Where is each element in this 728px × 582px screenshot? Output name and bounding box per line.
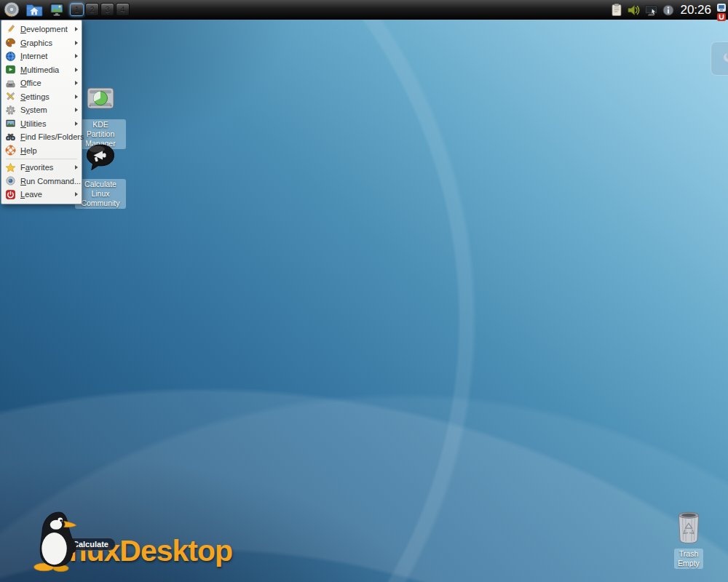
menu-item-label: Multimedia bbox=[20, 65, 72, 74]
menu-item-run-command[interactable]: Run Command... bbox=[1, 175, 82, 188]
menu-item-system[interactable]: System bbox=[1, 103, 82, 117]
panel-launchers bbox=[0, 1, 65, 18]
partition-manager-icon bbox=[84, 81, 117, 118]
menu-item-label: Utilities bbox=[20, 119, 72, 128]
update-notifier-icon[interactable] bbox=[717, 11, 726, 19]
community-icon bbox=[84, 141, 117, 178]
favorites-icon bbox=[5, 162, 16, 173]
menu-item-help[interactable]: Help bbox=[1, 144, 82, 158]
menu-item-label: Run Command... bbox=[20, 177, 81, 186]
menu-item-label: Settings bbox=[20, 92, 72, 101]
desktop-monitor-icon bbox=[49, 1, 65, 17]
menu-item-utilities[interactable]: Utilities bbox=[1, 117, 82, 131]
submenu-arrow-icon bbox=[75, 192, 78, 196]
menu-item-find-files[interactable]: Find Files/Folders bbox=[1, 130, 82, 144]
application-menu: Development Graphics Internet Multimedia bbox=[1, 20, 82, 204]
utilities-icon bbox=[5, 118, 16, 129]
tray-mini-icons bbox=[717, 1, 726, 19]
multimedia-icon bbox=[5, 64, 16, 75]
submenu-arrow-icon bbox=[75, 108, 78, 112]
calculate-desktop-logo: LinuxDesktop Calculate bbox=[22, 508, 240, 581]
menu-item-favorites[interactable]: Favorites bbox=[1, 161, 82, 175]
mini-window-icon[interactable] bbox=[717, 1, 726, 9]
calculate-logo-icon bbox=[4, 1, 20, 17]
volume-icon[interactable] bbox=[627, 4, 640, 17]
trash-widget[interactable]: TrashEmpty bbox=[667, 509, 711, 569]
menu-item-leave[interactable]: Leave bbox=[1, 188, 82, 202]
submenu-arrow-icon bbox=[75, 165, 78, 170]
submenu-arrow-icon bbox=[75, 68, 78, 72]
trash-icon bbox=[676, 509, 702, 547]
trash-label: TrashEmpty bbox=[674, 549, 703, 569]
menu-item-label: Help bbox=[20, 146, 78, 155]
menu-item-graphics[interactable]: Graphics bbox=[1, 36, 82, 50]
system-tray: 20:26 bbox=[611, 0, 726, 20]
home-folder-icon bbox=[25, 2, 43, 17]
desktop-icon-calculate-community[interactable]: Calculate Linux Community bbox=[75, 141, 126, 209]
pager-desktop-1[interactable]: 1 bbox=[70, 3, 84, 16]
submenu-arrow-icon bbox=[75, 95, 78, 99]
desktop-icon-label: Calculate Linux Community bbox=[75, 179, 126, 209]
menu-item-label: Leave bbox=[20, 190, 72, 199]
menu-item-label: Internet bbox=[20, 52, 72, 60]
pager-desktop-3[interactable]: 3 bbox=[100, 3, 114, 16]
submenu-arrow-icon bbox=[75, 41, 78, 45]
internet-icon bbox=[5, 51, 16, 62]
submenu-arrow-icon bbox=[75, 121, 78, 126]
graphics-icon bbox=[5, 37, 16, 48]
find-icon bbox=[5, 132, 16, 143]
top-panel: 1 2 3 4 bbox=[0, 0, 728, 20]
plasma-toolbox-button[interactable] bbox=[711, 41, 728, 76]
menu-item-label: Development bbox=[20, 25, 72, 33]
clipboard-icon[interactable] bbox=[611, 3, 622, 17]
leave-icon bbox=[5, 189, 16, 200]
calculate-menu-button[interactable] bbox=[3, 1, 20, 18]
run-icon bbox=[5, 175, 16, 186]
clock[interactable]: 20:26 bbox=[680, 3, 711, 17]
menu-item-label: Find Files/Folders bbox=[20, 132, 84, 141]
penguin-logo-icon bbox=[26, 509, 86, 575]
help-icon bbox=[5, 145, 16, 156]
menu-item-office[interactable]: Office bbox=[1, 76, 82, 90]
menu-separator bbox=[6, 159, 77, 159]
submenu-arrow-icon bbox=[75, 27, 78, 31]
pager-desktop-2[interactable]: 2 bbox=[85, 3, 99, 16]
menu-item-settings[interactable]: Settings bbox=[1, 90, 82, 104]
virtual-desktop-pager: 1 2 3 4 bbox=[70, 3, 130, 16]
submenu-arrow-icon bbox=[75, 54, 78, 58]
settings-icon bbox=[5, 91, 16, 102]
menu-item-label: Office bbox=[20, 79, 72, 87]
submenu-arrow-icon bbox=[75, 81, 78, 85]
display-icon[interactable] bbox=[644, 4, 658, 17]
menu-item-label: Graphics bbox=[20, 39, 72, 47]
menu-item-internet[interactable]: Internet bbox=[1, 49, 82, 63]
home-folder-button[interactable] bbox=[25, 1, 42, 18]
menu-item-multimedia[interactable]: Multimedia bbox=[1, 63, 82, 77]
office-icon bbox=[5, 78, 16, 89]
development-icon bbox=[5, 24, 16, 35]
info-icon[interactable] bbox=[662, 4, 674, 16]
menu-item-label: Favorites bbox=[20, 163, 72, 172]
desktop-screen: 1 2 3 4 bbox=[0, 0, 728, 582]
menu-item-development[interactable]: Development bbox=[1, 23, 82, 36]
system-icon bbox=[5, 105, 16, 116]
menu-item-label: System bbox=[20, 105, 72, 114]
pager-desktop-4[interactable]: 4 bbox=[116, 3, 130, 16]
show-desktop-button[interactable] bbox=[48, 1, 65, 18]
